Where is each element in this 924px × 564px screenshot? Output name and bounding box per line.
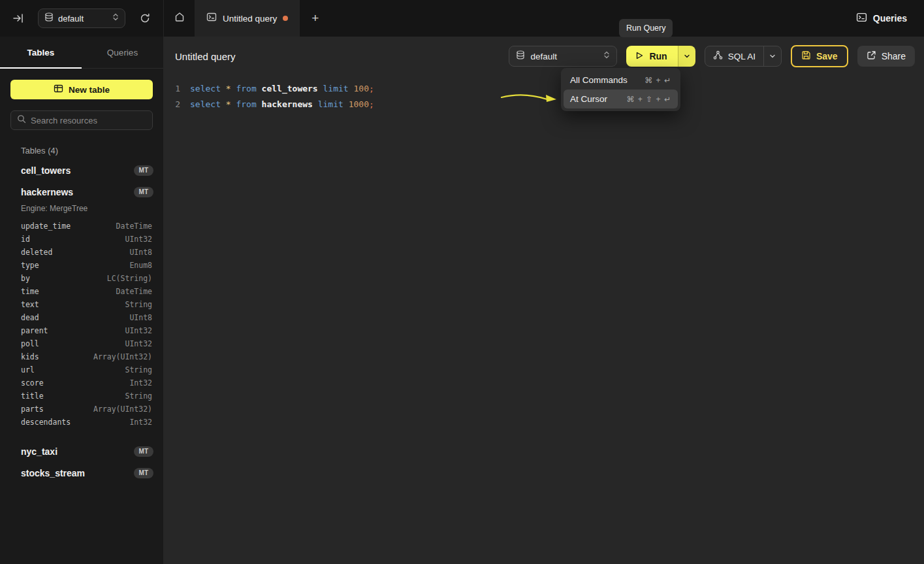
column-row[interactable]: pollUInt32 bbox=[0, 337, 163, 350]
line-number: 1 bbox=[163, 81, 180, 97]
code-token: 100 bbox=[353, 84, 368, 93]
run-menu-item[interactable]: At Cursor⌘ + ⇧ + ↵ bbox=[564, 90, 678, 108]
column-row[interactable]: byLC(String) bbox=[0, 272, 163, 285]
search-resources-input[interactable] bbox=[31, 116, 146, 125]
code-token bbox=[313, 99, 318, 109]
code-token: select bbox=[190, 99, 221, 109]
engine-label: Engine: MergeTree bbox=[0, 203, 163, 218]
refresh-icon[interactable] bbox=[137, 10, 153, 26]
query-icon bbox=[206, 12, 217, 25]
column-name: poll bbox=[21, 339, 39, 348]
table-name: stocks_stream bbox=[21, 468, 85, 478]
tab-home[interactable] bbox=[163, 0, 195, 37]
code-token bbox=[221, 84, 226, 93]
new-tab-button[interactable]: + bbox=[300, 0, 330, 37]
column-row[interactable]: urlString bbox=[0, 363, 163, 376]
top-bar: default Untitled query + bbox=[0, 0, 924, 37]
sidebar-tab-tables[interactable]: Tables bbox=[0, 37, 82, 68]
code-text: select * from hackernews limit 1000; bbox=[190, 97, 374, 112]
column-type: Int32 bbox=[129, 378, 152, 388]
column-name: time bbox=[21, 287, 39, 296]
chevron-updown-icon bbox=[112, 12, 119, 24]
run-menu-item-shortcut: ⌘ + ↵ bbox=[645, 76, 671, 85]
collapse-sidebar-icon[interactable] bbox=[10, 10, 26, 26]
main-database-value: default bbox=[530, 52, 598, 61]
table-grid-icon bbox=[54, 84, 63, 95]
column-row[interactable]: update_timeDateTime bbox=[0, 220, 163, 233]
annotation-arrow bbox=[500, 92, 559, 105]
column-row[interactable]: descendantsInt32 bbox=[0, 416, 163, 429]
column-row[interactable]: deletedUInt8 bbox=[0, 246, 163, 259]
run-menu-item[interactable]: All Commands⌘ + ↵ bbox=[564, 71, 678, 90]
top-bar-left: default bbox=[0, 0, 163, 37]
run-options-caret[interactable] bbox=[678, 46, 695, 67]
database-icon bbox=[44, 12, 54, 24]
code-token: select bbox=[190, 84, 221, 93]
code-token bbox=[257, 84, 262, 93]
run-split-button: Run bbox=[626, 46, 695, 67]
topbar-database-select[interactable]: default bbox=[38, 8, 125, 28]
column-row[interactable]: scoreInt32 bbox=[0, 376, 163, 390]
column-row[interactable]: idUInt32 bbox=[0, 233, 163, 246]
queries-button[interactable]: Queries bbox=[856, 12, 907, 25]
code-token bbox=[343, 99, 349, 109]
column-type: Int32 bbox=[129, 418, 152, 427]
column-type: Array(UInt32) bbox=[93, 352, 152, 361]
column-type: String bbox=[125, 300, 152, 309]
column-row[interactable]: partsArray(UInt32) bbox=[0, 403, 163, 416]
column-name: id bbox=[21, 235, 30, 244]
column-name: parts bbox=[21, 405, 44, 414]
code-token: limit bbox=[318, 99, 343, 109]
save-button[interactable]: Save bbox=[791, 45, 848, 67]
tab-label: Untitled query bbox=[223, 14, 277, 24]
run-query-tooltip: Run Query bbox=[619, 19, 673, 37]
sidebar-tabs: Tables Queries bbox=[0, 37, 163, 69]
run-menu-item-shortcut: ⌘ + ⇧ + ↵ bbox=[627, 95, 671, 104]
table-row-nyc-taxi[interactable]: nyc_taxi MT bbox=[0, 440, 163, 462]
code-token: 1000 bbox=[349, 99, 369, 109]
run-menu-item-label: All Commands bbox=[570, 75, 628, 85]
column-row[interactable]: parentUInt32 bbox=[0, 324, 163, 337]
column-row[interactable]: timeDateTime bbox=[0, 285, 163, 298]
sql-ai-caret[interactable] bbox=[763, 46, 781, 66]
share-button-label: Share bbox=[882, 51, 906, 61]
table-row-cell-towers[interactable]: cell_towers MT bbox=[0, 159, 163, 181]
sql-ai-button: SQL AI bbox=[705, 46, 782, 67]
engine-badge: MT bbox=[134, 165, 153, 176]
column-type: String bbox=[125, 365, 152, 374]
main-database-select[interactable]: default bbox=[509, 46, 617, 67]
search-icon bbox=[17, 114, 26, 126]
sidebar-tab-queries[interactable]: Queries bbox=[82, 37, 163, 68]
column-name: kids bbox=[21, 352, 39, 361]
column-type: DateTime bbox=[116, 287, 152, 296]
column-row[interactable]: typeEnum8 bbox=[0, 259, 163, 272]
table-name: cell_towers bbox=[21, 165, 71, 176]
column-name: url bbox=[21, 365, 35, 374]
code-token: cell_towers bbox=[262, 84, 318, 93]
column-row[interactable]: deadUInt8 bbox=[0, 311, 163, 324]
table-row-hackernews[interactable]: hackernews MT bbox=[0, 181, 163, 203]
engine-badge: MT bbox=[134, 187, 153, 197]
column-row[interactable]: kidsArray(UInt32) bbox=[0, 350, 163, 363]
column-type: UInt32 bbox=[125, 339, 152, 348]
column-type: Array(UInt32) bbox=[93, 405, 152, 414]
topbar-database-value: default bbox=[58, 14, 108, 24]
column-type: DateTime bbox=[116, 222, 152, 231]
table-row-stocks-stream[interactable]: stocks_stream MT bbox=[0, 462, 163, 484]
column-name: by bbox=[21, 274, 30, 283]
tab-bar: Untitled query + bbox=[163, 0, 330, 37]
column-type: String bbox=[125, 391, 152, 401]
active-tab-underline bbox=[0, 67, 82, 69]
tab-untitled-query[interactable]: Untitled query bbox=[195, 0, 300, 37]
code-token bbox=[257, 99, 262, 109]
column-row[interactable]: titleString bbox=[0, 390, 163, 403]
play-icon bbox=[635, 51, 644, 62]
run-options-menu: All Commands⌘ + ↵At Cursor⌘ + ⇧ + ↵ bbox=[561, 68, 680, 111]
new-table-button[interactable]: New table bbox=[10, 80, 153, 99]
share-button[interactable]: Share bbox=[857, 46, 915, 67]
code-token: from bbox=[236, 84, 256, 93]
queries-icon bbox=[856, 12, 867, 25]
sql-ai-main[interactable]: SQL AI bbox=[705, 46, 763, 66]
run-button[interactable]: Run bbox=[626, 46, 677, 67]
column-row[interactable]: textString bbox=[0, 298, 163, 311]
